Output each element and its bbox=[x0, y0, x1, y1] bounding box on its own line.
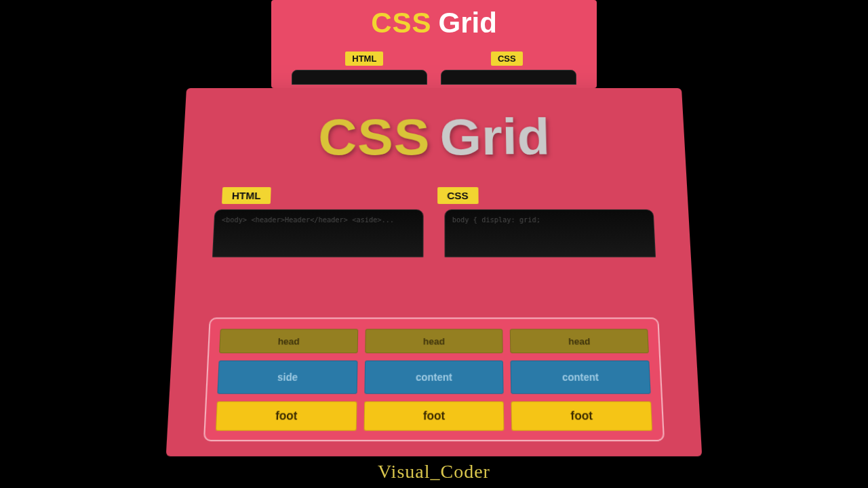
title-back: CSSGrid bbox=[271, 7, 597, 39]
grid-cell-head-2: head bbox=[365, 329, 503, 353]
tag-css-back: CSS bbox=[491, 52, 523, 66]
tag-html-back: HTML bbox=[345, 52, 383, 66]
title-part-css-front: CSS bbox=[317, 108, 430, 165]
stage: CSSGrid HTML CSS CSSGrid HTML CSS <body>… bbox=[0, 0, 868, 488]
card-front: CSSGrid HTML CSS <body> <header>Header</… bbox=[166, 88, 703, 456]
title-part-grid: Grid bbox=[439, 7, 497, 39]
title-part-css: CSS bbox=[371, 7, 431, 39]
code-panel-css: body { display: grid; bbox=[444, 209, 656, 258]
tags-row-back: HTML CSS bbox=[271, 52, 597, 66]
grid-cell-content-2: content bbox=[511, 361, 651, 394]
card-back: CSSGrid HTML CSS bbox=[271, 0, 597, 88]
tags-row-front: HTML CSS bbox=[180, 187, 688, 204]
code-panel-html: <body> <header>Header</header> <aside>..… bbox=[212, 209, 424, 258]
code-box-css-back bbox=[441, 70, 576, 85]
grid-cell-content-1: content bbox=[364, 361, 504, 394]
grid-cell-foot-2: foot bbox=[363, 401, 505, 431]
tag-html-front: HTML bbox=[222, 187, 271, 204]
grid-demo-container: head head head side content content foot… bbox=[203, 317, 665, 441]
grid-cell-foot-1: foot bbox=[216, 401, 357, 431]
grid-demo: head head head side content content foot… bbox=[216, 329, 652, 431]
grid-cell-head-1: head bbox=[219, 329, 358, 353]
code-box-html-back bbox=[292, 70, 427, 85]
code-row-front: <body> <header>Header</header> <aside>..… bbox=[177, 204, 691, 258]
card-front-wrap: CSSGrid HTML CSS <body> <header>Header</… bbox=[186, 88, 682, 447]
title-front: CSSGrid bbox=[182, 88, 686, 167]
grid-cell-side: side bbox=[217, 361, 357, 394]
code-strip-back bbox=[271, 66, 597, 85]
grid-cell-foot-3: foot bbox=[511, 401, 652, 431]
watermark: Visual_Coder bbox=[0, 461, 868, 483]
grid-cell-head-3: head bbox=[510, 329, 649, 353]
tag-css-front: CSS bbox=[437, 187, 478, 204]
title-part-grid-front: Grid bbox=[440, 108, 551, 165]
